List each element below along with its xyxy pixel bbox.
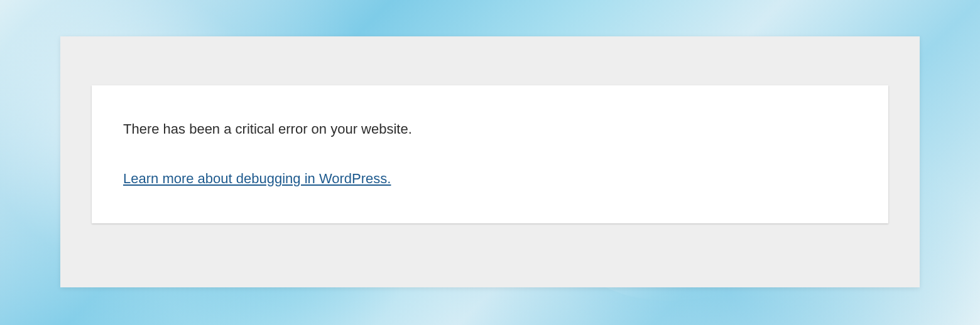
error-card: There has been a critical error on your … — [92, 85, 888, 223]
debug-link[interactable]: Learn more about debugging in WordPress. — [123, 171, 391, 186]
error-message-text: There has been a critical error on your … — [123, 120, 857, 139]
error-page-container: There has been a critical error on your … — [60, 36, 920, 287]
